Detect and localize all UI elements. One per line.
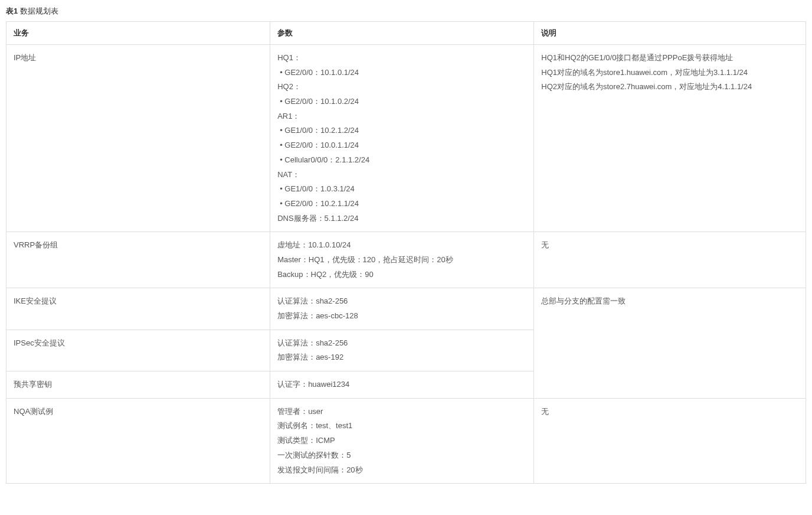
table-title: 表1 数据规划表	[6, 6, 806, 17]
cell-nqa-desc: 无	[534, 398, 806, 483]
cell-ip-params: HQ1： • GE2/0/0：10.1.0.1/24 HQ2： • GE2/0/…	[270, 45, 534, 232]
param-text: • GE1/0/0：10.2.1.2/24	[277, 123, 526, 138]
cell-psk-params: 认证字：huawei1234	[270, 371, 534, 399]
param-text: 发送报文时间间隔：20秒	[277, 463, 526, 478]
cell-psk-label: 预共享密钥	[6, 371, 270, 399]
cell-ike-params: 认证算法：sha2-256 加密算法：aes-cbc-128	[270, 288, 534, 330]
title-text: 数据规划表	[18, 6, 58, 15]
param-text: DNS服务器：5.1.1.2/24	[277, 211, 526, 226]
param-text: • Cellular0/0/0：2.1.1.2/24	[277, 153, 526, 168]
table-row: IP地址 HQ1： • GE2/0/0：10.1.0.1/24 HQ2： • G…	[6, 45, 806, 232]
param-text: 一次测试的探针数：5	[277, 448, 526, 463]
param-text: HQ2：	[277, 80, 526, 94]
param-text: NAT：	[277, 168, 526, 182]
table-header-row: 业务 参数 说明	[6, 22, 806, 45]
header-business: 业务	[6, 22, 270, 45]
param-text: HQ1：	[277, 51, 526, 66]
cell-ip-label: IP地址	[6, 45, 270, 232]
param-text: 虚地址：10.1.0.10/24	[277, 238, 526, 253]
table-row: VRRP备份组 虚地址：10.1.0.10/24 Master：HQ1，优先级：…	[6, 232, 806, 288]
param-text: 认证算法：sha2-256	[277, 336, 526, 351]
header-params: 参数	[270, 22, 534, 45]
param-text: • GE2/0/0：10.0.1.1/24	[277, 138, 526, 153]
param-text: 加密算法：aes-192	[277, 350, 526, 365]
desc-text: HQ1对应的域名为store1.huawei.com，对应地址为3.1.1.1/…	[541, 66, 798, 80]
cell-nqa-label: NQA测试例	[6, 398, 270, 483]
cell-vrrp-label: VRRP备份组	[6, 232, 270, 288]
param-text: Backup：HQ2，优先级：90	[277, 268, 526, 282]
title-prefix: 表1	[6, 6, 18, 15]
desc-text: HQ2对应的域名为store2.7huawei.com，对应地址为4.1.1.1…	[541, 80, 798, 94]
param-text: • GE1/0/0：1.0.3.1/24	[277, 182, 526, 197]
param-text: • GE2/0/0：10.1.0.1/24	[277, 66, 526, 80]
cell-ike-desc: 总部与分支的配置需一致	[534, 288, 806, 398]
param-text: 加密算法：aes-cbc-128	[277, 309, 526, 324]
param-text: • GE2/0/0：10.1.0.2/24	[277, 94, 526, 109]
param-text: AR1：	[277, 109, 526, 124]
cell-ip-desc: HQ1和HQ2的GE1/0/0接口都是通过PPPoE拨号获得地址 HQ1对应的域…	[534, 45, 806, 232]
header-desc: 说明	[534, 22, 806, 45]
param-text: 认证字：huawei1234	[277, 377, 526, 392]
cell-vrrp-params: 虚地址：10.1.0.10/24 Master：HQ1，优先级：120，抢占延迟…	[270, 232, 534, 288]
table-row: NQA测试例 管理者：user 测试例名：test、test1 测试类型：ICM…	[6, 398, 806, 483]
data-planning-table: 业务 参数 说明 IP地址 HQ1： • GE2/0/0：10.1.0.1/24…	[6, 21, 806, 484]
param-text: Master：HQ1，优先级：120，抢占延迟时间：20秒	[277, 253, 526, 268]
table-row: IKE安全提议 认证算法：sha2-256 加密算法：aes-cbc-128 总…	[6, 288, 806, 330]
desc-text: HQ1和HQ2的GE1/0/0接口都是通过PPPoE拨号获得地址	[541, 51, 798, 66]
cell-vrrp-desc: 无	[534, 232, 806, 288]
param-text: 管理者：user	[277, 405, 526, 419]
param-text: 认证算法：sha2-256	[277, 294, 526, 309]
cell-ipsec-params: 认证算法：sha2-256 加密算法：aes-192	[270, 330, 534, 371]
cell-ipsec-label: IPSec安全提议	[6, 330, 270, 371]
cell-nqa-params: 管理者：user 测试例名：test、test1 测试类型：ICMP 一次测试的…	[270, 398, 534, 483]
cell-ike-label: IKE安全提议	[6, 288, 270, 330]
param-text: 测试类型：ICMP	[277, 433, 526, 448]
param-text: • GE2/0/0：10.2.1.1/24	[277, 197, 526, 211]
param-text: 测试例名：test、test1	[277, 419, 526, 433]
